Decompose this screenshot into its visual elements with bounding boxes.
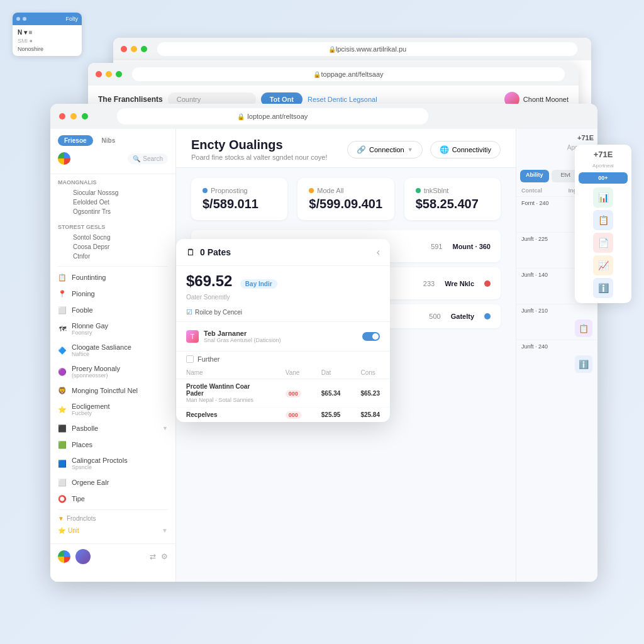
- float-tl-title: Folty: [65, 16, 78, 22]
- col-name: Name: [176, 367, 275, 379]
- main-chrome-bar: 🔒 loptope.ant/reltsoay: [50, 104, 597, 129]
- sidebar-item-cloogate[interactable]: 🔷 Cloogate Sasliance Naftice: [50, 340, 175, 360]
- float-right-btn[interactable]: 00+: [579, 172, 628, 184]
- main-address-bar: 🔒 loptope.ant/reltsoay: [117, 108, 428, 125]
- mid-filter-title: The Franchlisents: [98, 95, 163, 104]
- close-dot-main[interactable]: [59, 113, 65, 119]
- rp-icon-row-5: ℹ️: [516, 353, 597, 375]
- table-row-1[interactable]: Recpelves 000 $25.95 $25.84: [176, 408, 390, 423]
- rp-filter-ability[interactable]: Ability: [520, 170, 549, 182]
- stat-dot-0: [203, 188, 208, 193]
- sidebar-tab-friesoe[interactable]: Friesoe: [58, 135, 93, 146]
- list-label-1: Wre Nklc: [445, 280, 474, 287]
- float-icon-orange[interactable]: 📈: [593, 255, 613, 275]
- sidebar-item-orgene[interactable]: ⬜ Orgene Ealr: [50, 475, 175, 490]
- list-count-1: 233: [423, 280, 435, 287]
- float-dot-2: [23, 17, 26, 21]
- row1-qty: 000: [275, 408, 311, 423]
- tipe-icon: ⭕: [58, 494, 67, 503]
- stat-dot-1: [309, 188, 314, 193]
- connection-button[interactable]: 🔗 Connection ▼: [347, 141, 423, 158]
- stat-dot-2: [416, 188, 421, 193]
- status-dot-blue-2: [484, 313, 491, 319]
- stat-label-0: Propnosting: [203, 187, 276, 194]
- sidebar-storest-item-0[interactable]: Sontol Socng: [73, 233, 168, 242]
- close-dot-mid[interactable]: [96, 71, 102, 77]
- sidebar-storest-item-1[interactable]: Coosa Depsr: [73, 242, 168, 252]
- list-count-2: 500: [429, 313, 440, 320]
- person-text: Teb Jarnaner Snal Gras Aentusel (Daticsi…: [204, 330, 281, 343]
- sidebar-item-rlonnegay[interactable]: 🗺 Rlonne Gay Foonsry: [50, 319, 175, 339]
- sidebar-item-monging[interactable]: 🦁 Monging Toinctful Nel: [50, 383, 175, 398]
- maximize-dot[interactable]: [141, 46, 147, 52]
- sidebar-manage-item-2[interactable]: Ogsontinr Trs: [73, 207, 168, 216]
- further-checkbox[interactable]: [186, 355, 194, 363]
- sidebar-item-proery[interactable]: 🟣 Proery Moonaly (sponneosser): [50, 362, 175, 382]
- card-table-head: Name Vane Dat Cons: [176, 367, 390, 379]
- sidebar-storest-item-2[interactable]: Ctnfor: [73, 252, 168, 261]
- cloogate-icon: 🔷: [58, 346, 67, 355]
- row0-name: Prcotle Wantinn Coar Pader Man Nepal - S…: [176, 379, 275, 408]
- mid-reset-link[interactable]: Reset Dentic Legsonal: [308, 96, 377, 103]
- community-button[interactable]: 🌐 Connectivitiy: [430, 141, 501, 158]
- float-icon-blue-2[interactable]: ℹ️: [593, 278, 613, 298]
- sidebar-unit-label[interactable]: ⭐ Unit ▼: [50, 525, 175, 536]
- card-close-button[interactable]: ‹: [377, 247, 380, 258]
- person-avatar: T: [186, 330, 199, 343]
- sidebar-tab-nibs[interactable]: Nibs: [96, 135, 122, 146]
- sidebar-settings-icon[interactable]: ⚙: [161, 552, 168, 561]
- card-header-icon: 🗒: [186, 247, 195, 257]
- row0-price: $65.34: [311, 379, 351, 408]
- col-cons: Cons: [350, 367, 390, 379]
- close-dot[interactable]: [121, 46, 127, 52]
- sidebar-item-fountinting[interactable]: 📋 Fountinting: [50, 270, 175, 285]
- sidebar-item-calingcat[interactable]: 🟦 Calingcat Proctols Spsncle: [50, 453, 175, 474]
- sidebar-search[interactable]: 🔍 Search: [128, 153, 168, 164]
- sidebar-product-label: ▼ Frodnclots: [50, 513, 175, 525]
- float-icon-blue[interactable]: 📋: [593, 210, 613, 230]
- list-label-0: Mount · 360: [452, 243, 491, 250]
- card-header-left: 🗒 0 Pates: [186, 247, 231, 257]
- minimize-dot-main[interactable]: [70, 113, 77, 119]
- sidebar-manage-section: Maongnalis Siocular Nosssg Eelolded Oet …: [50, 174, 175, 219]
- rp-icon-row-4: 📋: [516, 317, 597, 340]
- sidebar-sync-icon[interactable]: ⇄: [150, 552, 156, 561]
- maximize-dot-main[interactable]: [82, 113, 88, 119]
- minimize-dot-mid[interactable]: [106, 71, 112, 77]
- sidebar-manage-item-0[interactable]: Siocular Nosssg: [73, 188, 168, 197]
- sidebar-item-eocligement[interactable]: ⭐ Eocligement Fucbety: [50, 399, 175, 419]
- float-icon-green[interactable]: 📊: [593, 187, 613, 208]
- person-name: Teb Jarnaner: [204, 330, 281, 337]
- header-actions: 🔗 Connection ▼ 🌐 Connectivitiy: [347, 141, 501, 158]
- rp-btn-list[interactable]: 📋: [575, 319, 592, 337]
- rp-row-4: Junft · 240: [516, 340, 597, 353]
- sidebar-item-pasbolle[interactable]: ⬛ Pasbolle ▼: [50, 421, 175, 436]
- sidebar-item-fooble[interactable]: ⬜ Fooble: [50, 303, 175, 318]
- calingcat-icon: 🟦: [58, 459, 67, 468]
- person-toggle[interactable]: [362, 332, 380, 341]
- sidebar-item-places[interactable]: 🟩 Places: [50, 437, 175, 452]
- card-meta: Oater Sonemtly: [176, 292, 390, 306]
- sidebar-manage-items: Siocular Nosssg Eelolded Oet Ogsontinr T…: [58, 188, 168, 216]
- rp-btn-info[interactable]: ℹ️: [575, 355, 592, 373]
- minimize-dot[interactable]: [131, 46, 137, 52]
- float-right-label: Apcrtneal: [579, 163, 628, 169]
- page-subtitle: Poard fine stocks al valter sgndet nour …: [191, 153, 327, 161]
- float-icon-red[interactable]: 📄: [593, 233, 613, 253]
- orgene-icon: ⬜: [58, 478, 67, 487]
- mid-address-bar: 🔒 toppage.ant/feltsaay: [132, 67, 565, 81]
- sidebar-item-pioning[interactable]: 📍 Pioning: [50, 286, 175, 301]
- table-row-0[interactable]: Prcotle Wantinn Coar Pader Man Nepal - S…: [176, 379, 390, 408]
- row1-price: $25.95: [311, 408, 351, 423]
- monging-icon: 🦁: [58, 386, 67, 395]
- card-header: 🗒 0 Pates ‹: [176, 239, 390, 266]
- sidebar-item-tipe[interactable]: ⭕ Tipe: [50, 491, 175, 506]
- float-right-icons: 📊 📋 📄 📈 ℹ️: [579, 187, 628, 298]
- sidebar-bottom-icons: ⇄ ⚙: [150, 552, 168, 561]
- pay-badge[interactable]: Bay Indir: [240, 279, 277, 289]
- maximize-dot-mid[interactable]: [116, 71, 122, 77]
- fountinting-icon: 📋: [58, 273, 67, 282]
- sidebar-tabs: Friesoe Nibs: [58, 135, 168, 146]
- sidebar-manage-item-1[interactable]: Eelolded Oet: [73, 197, 168, 207]
- row0-cons: $65.23: [350, 379, 390, 408]
